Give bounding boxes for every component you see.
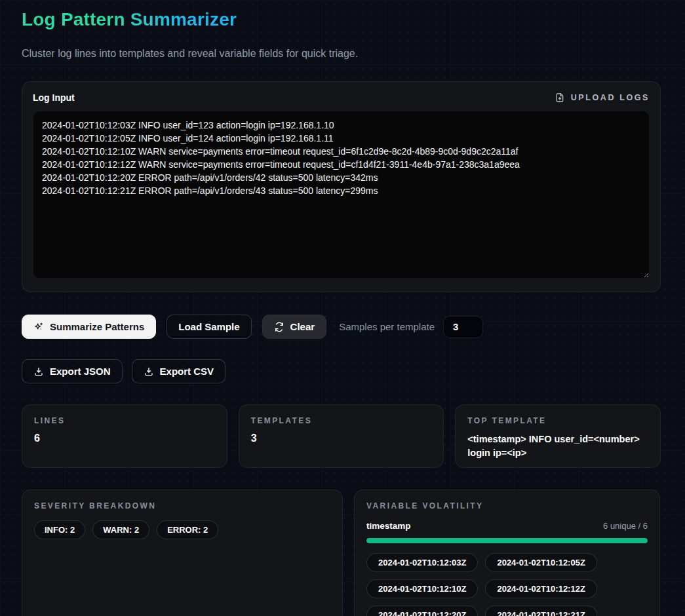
log-input-panel: Log Input UPLOAD LOGS 2024-01-02T10:12:0…	[22, 81, 661, 292]
volatility-head: timestamp 6 unique / 6	[366, 521, 648, 531]
volatility-value-chip: 2024-01-02T10:12:20Z	[366, 606, 478, 616]
refresh-icon	[274, 322, 284, 332]
summarize-patterns-button[interactable]: Summarize Patterns	[22, 315, 156, 339]
load-sample-button[interactable]: Load Sample	[166, 315, 251, 339]
file-upload-icon	[555, 92, 565, 103]
severity-chip-warn: WARN: 2	[92, 520, 149, 539]
samples-per-template-input[interactable]	[443, 316, 483, 338]
severity-chip-info: INFO: 2	[34, 520, 85, 539]
volatility-value-chip: 2024-01-02T10:12:21Z	[485, 606, 597, 616]
templates-label: TEMPLATES	[251, 416, 432, 425]
page-title: Log Pattern Summarizer	[22, 9, 237, 30]
stat-card-top-template: TOP TEMPLATE <timestamp> INFO user_id=<n…	[455, 404, 661, 468]
stat-card-lines: LINES 6	[22, 404, 227, 468]
samples-per-template-label: Samples per template	[339, 321, 435, 332]
stat-card-templates: TEMPLATES 3	[239, 404, 444, 468]
severity-chip-row: INFO: 2 WARN: 2 ERROR: 2	[34, 520, 330, 539]
upload-logs-button[interactable]: UPLOAD LOGS	[555, 92, 650, 103]
severity-breakdown-panel: SEVERITY BREAKDOWN INFO: 2 WARN: 2 ERROR…	[22, 490, 343, 616]
upload-logs-label: UPLOAD LOGS	[571, 93, 650, 102]
top-template-value: <timestamp> INFO user_id=<number> login …	[467, 433, 648, 460]
log-input-header: Log Input UPLOAD LOGS	[33, 92, 650, 103]
page-subtitle: Cluster log lines into templates and rev…	[22, 48, 661, 60]
unique-count: 6 unique / 6	[603, 521, 648, 531]
export-json-label: Export JSON	[50, 366, 111, 377]
volatility-values-row: 2024-01-02T10:12:03Z 2024-01-02T10:12:05…	[366, 553, 648, 616]
severity-breakdown-label: SEVERITY BREAKDOWN	[34, 501, 330, 510]
load-sample-label: Load Sample	[178, 321, 239, 332]
clear-label: Clear	[290, 321, 315, 332]
summarize-patterns-label: Summarize Patterns	[50, 321, 144, 332]
download-icon	[33, 366, 44, 377]
lines-label: LINES	[34, 416, 215, 425]
variable-volatility-panel: VARIABLE VOLATILITY timestamp 6 unique /…	[354, 490, 660, 616]
page: Log Pattern Summarizer Cluster log lines…	[0, 0, 685, 616]
download-icon	[144, 366, 154, 377]
export-csv-button[interactable]: Export CSV	[132, 359, 226, 383]
variable-name: timestamp	[366, 521, 411, 531]
controls-row: Summarize Patterns Load Sample Clear Sam…	[22, 315, 661, 339]
export-csv-label: Export CSV	[160, 366, 214, 377]
templates-value: 3	[251, 433, 432, 444]
lines-value: 6	[34, 433, 215, 444]
top-template-label: TOP TEMPLATE	[467, 416, 648, 425]
log-input-textarea[interactable]: 2024-01-02T10:12:03Z INFO user_id=123 ac…	[33, 111, 650, 279]
volatility-value-chip: 2024-01-02T10:12:12Z	[485, 579, 597, 598]
bottom-row: SEVERITY BREAKDOWN INFO: 2 WARN: 2 ERROR…	[22, 490, 661, 616]
log-input-title: Log Input	[33, 92, 75, 103]
volatility-bar	[366, 538, 648, 543]
stats-row: LINES 6 TEMPLATES 3 TOP TEMPLATE <timest…	[22, 404, 661, 468]
volatility-bar-fill	[366, 538, 648, 543]
variable-volatility-label: VARIABLE VOLATILITY	[366, 501, 648, 510]
samples-per-template-group: Samples per template	[339, 316, 483, 338]
sparkles-icon	[33, 322, 44, 332]
volatility-value-chip: 2024-01-02T10:12:10Z	[366, 579, 478, 598]
volatility-value-chip: 2024-01-02T10:12:05Z	[485, 553, 597, 572]
severity-chip-error: ERROR: 2	[157, 520, 218, 539]
volatility-value-chip: 2024-01-02T10:12:03Z	[366, 553, 478, 572]
export-row: Export JSON Export CSV	[22, 359, 661, 383]
export-json-button[interactable]: Export JSON	[22, 359, 123, 383]
clear-button[interactable]: Clear	[262, 315, 327, 339]
